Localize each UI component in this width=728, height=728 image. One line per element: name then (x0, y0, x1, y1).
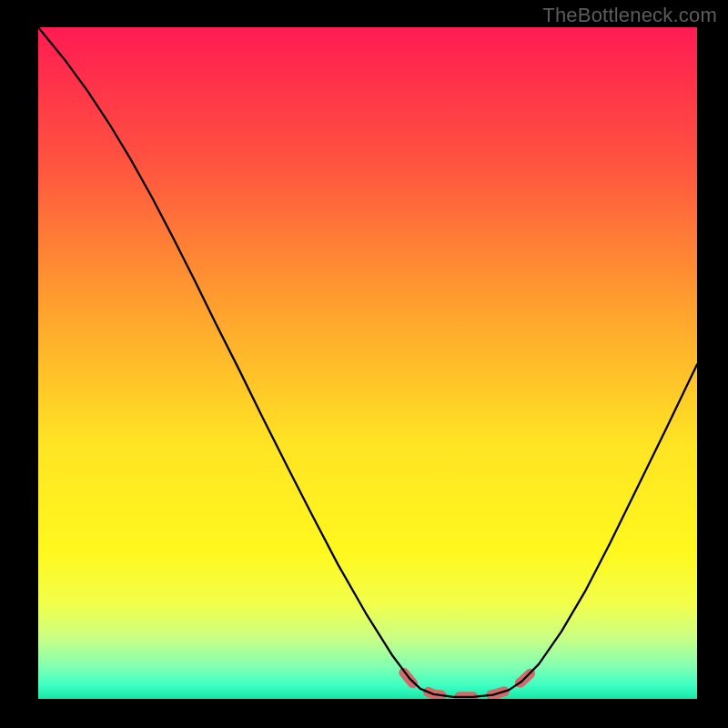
bottleneck-chart (0, 0, 728, 728)
watermark-text: TheBottleneck.com (542, 4, 717, 27)
plot-gradient-bg (38, 27, 697, 699)
